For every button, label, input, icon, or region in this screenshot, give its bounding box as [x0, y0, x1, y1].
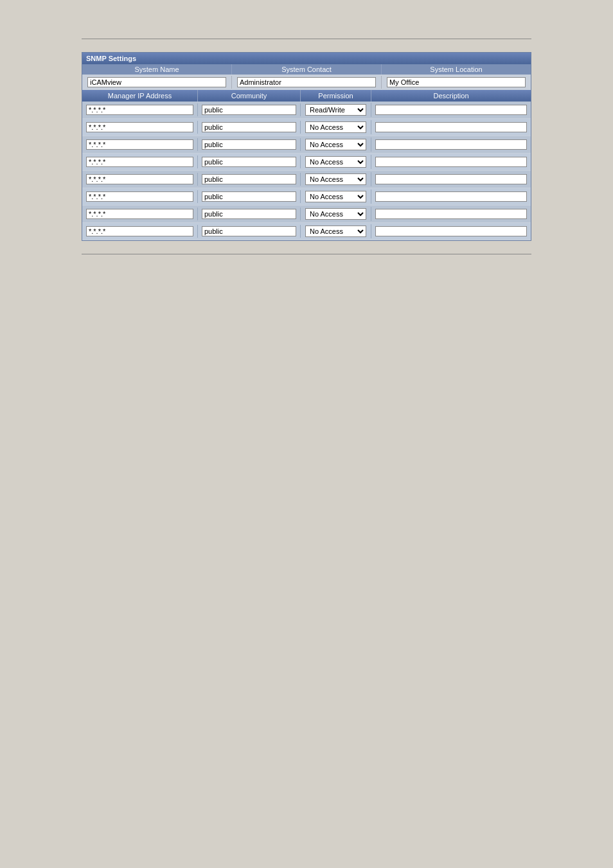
- td-community-1: [198, 121, 301, 134]
- td-ip-6: [82, 208, 198, 220]
- table-row: Read/WriteRead OnlyNo Access: [82, 206, 531, 223]
- td-community-7: [198, 225, 301, 238]
- description-input-6[interactable]: [375, 209, 527, 219]
- td-ip-2: [82, 138, 198, 151]
- description-input-4[interactable]: [375, 174, 527, 184]
- td-description-2: [371, 138, 531, 151]
- td-community-2: [198, 138, 301, 151]
- td-description-7: [371, 225, 531, 238]
- system-info-header-row: System Name System Contact System Locati…: [82, 64, 531, 75]
- td-community-5: [198, 190, 301, 203]
- table-row: Read/WriteRead OnlyNo Access: [82, 119, 531, 136]
- td-description-3: [371, 155, 531, 168]
- td-ip-4: [82, 173, 198, 186]
- col-header-community: Community: [198, 90, 301, 102]
- td-permission-4: Read/WriteRead OnlyNo Access: [301, 172, 371, 186]
- system-location-input[interactable]: [387, 77, 526, 87]
- td-description-0: [371, 103, 531, 116]
- community-input-3[interactable]: [202, 157, 296, 167]
- permission-select-6[interactable]: Read/WriteRead OnlyNo Access: [305, 208, 366, 220]
- system-contact-input[interactable]: [237, 77, 376, 87]
- system-name-input[interactable]: [87, 77, 226, 87]
- td-permission-6: Read/WriteRead OnlyNo Access: [301, 207, 371, 221]
- td-permission-2: Read/WriteRead OnlyNo Access: [301, 137, 371, 152]
- td-permission-5: Read/WriteRead OnlyNo Access: [301, 190, 371, 204]
- td-permission-1: Read/WriteRead OnlyNo Access: [301, 120, 371, 134]
- permission-select-3[interactable]: Read/WriteRead OnlyNo Access: [305, 156, 366, 168]
- table-row: Read/WriteRead OnlyNo Access: [82, 223, 531, 240]
- community-input-6[interactable]: [202, 209, 296, 219]
- system-name-cell: [82, 76, 232, 89]
- system-location-label: System Location: [382, 64, 531, 75]
- system-location-cell: [382, 76, 531, 89]
- permission-select-4[interactable]: Read/WriteRead OnlyNo Access: [305, 173, 366, 185]
- community-input-2[interactable]: [202, 139, 296, 150]
- td-ip-7: [82, 225, 198, 238]
- ip-input-5[interactable]: [86, 191, 193, 202]
- table-row: Read/WriteRead OnlyNo Access: [82, 188, 531, 206]
- table-body: Read/WriteRead OnlyNo AccessRead/WriteRe…: [82, 102, 531, 240]
- table-row: Read/WriteRead OnlyNo Access: [82, 154, 531, 171]
- description-input-3[interactable]: [375, 157, 527, 167]
- permission-select-1[interactable]: Read/WriteRead OnlyNo Access: [305, 121, 366, 133]
- td-ip-1: [82, 121, 198, 134]
- community-input-4[interactable]: [202, 174, 296, 184]
- table-row: Read/WriteRead OnlyNo Access: [82, 136, 531, 154]
- td-permission-3: Read/WriteRead OnlyNo Access: [301, 155, 371, 169]
- td-community-3: [198, 155, 301, 168]
- permission-select-0[interactable]: Read/WriteRead OnlyNo Access: [305, 104, 366, 116]
- description-input-7[interactable]: [375, 226, 527, 236]
- permission-select-7[interactable]: Read/WriteRead OnlyNo Access: [305, 226, 366, 237]
- permission-select-2[interactable]: Read/WriteRead OnlyNo Access: [305, 139, 366, 150]
- td-ip-0: [82, 103, 198, 116]
- td-description-4: [371, 173, 531, 186]
- ip-input-6[interactable]: [86, 209, 193, 219]
- description-input-2[interactable]: [375, 139, 527, 150]
- ip-input-0[interactable]: [86, 105, 193, 115]
- snmp-settings-panel: SNMP Settings System Name System Contact…: [82, 52, 531, 241]
- ip-input-1[interactable]: [86, 122, 193, 132]
- system-contact-cell: [232, 76, 382, 89]
- ip-input-7[interactable]: [86, 226, 193, 236]
- td-ip-3: [82, 155, 198, 168]
- description-input-1[interactable]: [375, 122, 527, 132]
- col-header-permission: Permission: [301, 90, 371, 102]
- description-input-5[interactable]: [375, 191, 527, 202]
- system-contact-label: System Contact: [232, 64, 382, 75]
- community-input-1[interactable]: [202, 122, 296, 132]
- td-community-0: [198, 103, 301, 116]
- td-description-5: [371, 190, 531, 203]
- table-row: Read/WriteRead OnlyNo Access: [82, 102, 531, 119]
- community-input-7[interactable]: [202, 226, 296, 236]
- system-values-row: [82, 75, 531, 90]
- panel-title: SNMP Settings: [82, 53, 531, 64]
- td-community-6: [198, 208, 301, 220]
- permission-select-5[interactable]: Read/WriteRead OnlyNo Access: [305, 191, 366, 202]
- td-description-6: [371, 208, 531, 220]
- community-input-5[interactable]: [202, 191, 296, 202]
- td-description-1: [371, 121, 531, 134]
- ip-input-3[interactable]: [86, 157, 193, 167]
- ip-input-4[interactable]: [86, 174, 193, 184]
- table-row: Read/WriteRead OnlyNo Access: [82, 171, 531, 188]
- ip-input-2[interactable]: [86, 139, 193, 150]
- table-header: Manager IP Address Community Permission …: [82, 90, 531, 102]
- td-ip-5: [82, 190, 198, 203]
- td-permission-0: Read/WriteRead OnlyNo Access: [301, 103, 371, 117]
- community-input-0[interactable]: [202, 105, 296, 115]
- col-header-ip: Manager IP Address: [82, 90, 198, 102]
- col-header-description: Description: [371, 90, 531, 102]
- td-community-4: [198, 173, 301, 186]
- system-name-label: System Name: [82, 64, 232, 75]
- description-input-0[interactable]: [375, 105, 527, 115]
- td-permission-7: Read/WriteRead OnlyNo Access: [301, 224, 371, 238]
